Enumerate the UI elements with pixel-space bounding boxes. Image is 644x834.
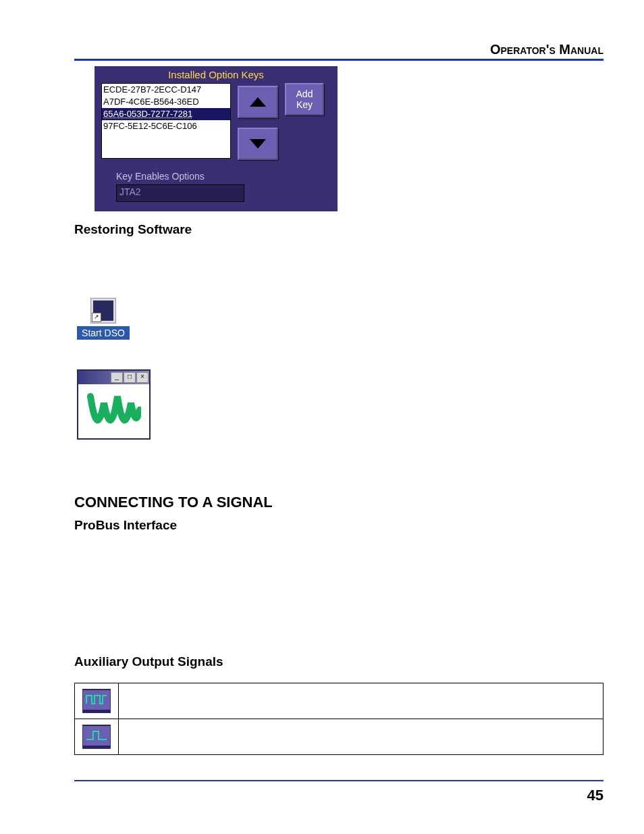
aux-signals-table: [74, 683, 603, 755]
pulse-icon[interactable]: [82, 725, 111, 749]
key-enables-field[interactable]: JTA2: [116, 184, 244, 202]
aux-output-heading: Auxiliary Output Signals: [74, 654, 603, 669]
aux-desc-cell: [119, 719, 603, 755]
add-key-button[interactable]: Add Key: [285, 83, 324, 115]
arrow-down-icon: [250, 139, 266, 149]
key-item-selected[interactable]: 65A6-053D-7277-7281: [102, 108, 230, 120]
arrow-up-icon: [250, 97, 266, 107]
square-wave-icon[interactable]: [82, 689, 111, 713]
probus-heading: ProBus Interface: [74, 518, 603, 533]
footer-rule: [74, 780, 603, 781]
header-text: Operator's Manual: [490, 42, 603, 57]
aux-icon-cell: [75, 719, 119, 755]
window-maximize-button[interactable]: □: [124, 372, 136, 383]
aux-icon-cell: [75, 683, 119, 719]
window-minimize-button[interactable]: _: [111, 372, 123, 383]
panel-title: Installed Option Keys: [95, 66, 338, 83]
table-row: [75, 683, 603, 719]
key-enables-label: Key Enables Options: [116, 171, 331, 184]
page-number: 45: [587, 787, 603, 804]
aux-desc-cell: [119, 683, 603, 719]
connecting-heading: CONNECTING TO A SIGNAL: [74, 494, 603, 511]
start-dso-icon: ↗: [90, 298, 116, 323]
scroll-up-button[interactable]: [238, 86, 278, 118]
installed-keys-panel: Installed Option Keys ECDE-27B7-2ECC-D14…: [95, 66, 338, 211]
waveform-w-icon: [87, 390, 141, 433]
restoring-software-heading: Restoring Software: [74, 222, 603, 237]
dso-app-window: _ □ ×: [77, 369, 151, 440]
add-key-label: Add Key: [296, 88, 313, 110]
window-titlebar: _ □ ×: [78, 371, 149, 384]
page-header: Operator's Manual: [74, 42, 603, 61]
scroll-down-button[interactable]: [238, 128, 278, 160]
key-item[interactable]: A7DF-4C6E-B564-36ED: [102, 96, 230, 108]
window-body: [78, 384, 149, 438]
start-dso-label: Start DSO: [77, 326, 130, 340]
table-row: [75, 719, 603, 755]
key-item[interactable]: 97FC-5E12-5C6E-C106: [102, 120, 230, 132]
key-list[interactable]: ECDE-27B7-2ECC-D147 A7DF-4C6E-B564-36ED …: [101, 83, 231, 159]
start-dso-shortcut[interactable]: ↗ Start DSO: [77, 298, 130, 340]
key-item[interactable]: ECDE-27B7-2ECC-D147: [102, 84, 230, 96]
window-close-button[interactable]: ×: [136, 372, 149, 383]
